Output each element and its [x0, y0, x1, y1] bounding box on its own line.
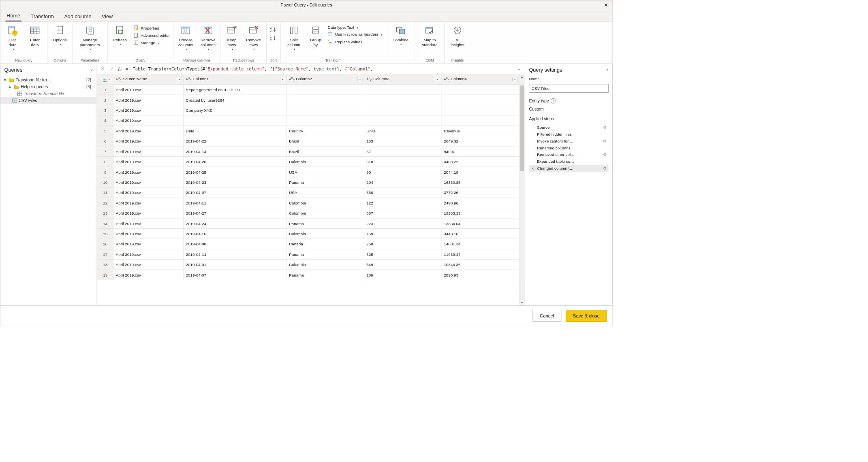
cell[interactable]: 2890.93 [441, 270, 519, 280]
cell[interactable]: Created by: user9284 [184, 95, 287, 105]
cell[interactable] [286, 115, 364, 126]
refresh-button[interactable]: Refresh [109, 23, 130, 45]
cell[interactable]: April 2019.csv [113, 208, 184, 218]
enter-data-button[interactable]: Enter data [24, 23, 45, 47]
cell[interactable]: 349 [364, 260, 441, 270]
cell[interactable] [286, 85, 364, 95]
row-number[interactable]: 5 [97, 126, 113, 136]
cell[interactable]: 2019-04-08 [184, 239, 287, 249]
collapse-queries-icon[interactable]: ‹ [91, 67, 93, 73]
table-row[interactable]: 13April 2019.csv2019-04-27Colombia367199… [97, 208, 519, 218]
cell[interactable]: 2649.32 [441, 136, 519, 146]
cell[interactable]: Panama [286, 270, 364, 280]
query-transform-sample[interactable]: Transform Sample file [0, 90, 97, 97]
cancel-button[interactable]: Cancel [532, 310, 561, 322]
formula-text[interactable]: Table.TransformColumnTypes(#"Expanded ta… [133, 66, 513, 71]
row-number[interactable]: 10 [97, 177, 113, 187]
cell[interactable]: April 2019.csv [113, 218, 184, 228]
applied-step[interactable]: Changed column t…⚙ [529, 165, 608, 172]
row-number[interactable]: 12 [97, 198, 113, 208]
cell[interactable]: 2019-04-23 [184, 177, 287, 187]
cell[interactable]: Canada [286, 239, 364, 249]
cell[interactable]: April 2019.csv [113, 270, 184, 280]
cell[interactable]: April 2019.csv [113, 249, 184, 259]
row-number[interactable]: 17 [97, 249, 113, 259]
cell[interactable]: Colombia [286, 260, 364, 270]
row-number[interactable]: 2 [97, 95, 113, 105]
sort-asc-button[interactable]: AZ [268, 26, 278, 34]
cell[interactable]: 2019-04-01 [184, 260, 287, 270]
advanced-editor-button[interactable]: Advanced editor [132, 32, 171, 39]
column-header[interactable]: ABCColumn3▾ [364, 74, 441, 84]
info-icon[interactable]: i [551, 98, 556, 104]
cell[interactable]: 159 [364, 228, 441, 238]
cell[interactable]: 367 [364, 208, 441, 218]
row-number[interactable]: 14 [97, 218, 113, 228]
cell[interactable]: 3772.26 [441, 187, 519, 198]
cell[interactable]: 2019-04-26 [184, 157, 287, 167]
cell[interactable]: 940.4 [441, 146, 519, 156]
cell[interactable]: Company XYZ [184, 105, 287, 115]
cell[interactable]: 13834.04 [441, 218, 519, 228]
cell[interactable]: 19933.19 [441, 208, 519, 218]
manage-parameters-button[interactable]: Manage parameters [74, 23, 106, 50]
combine-button[interactable]: Combine [388, 23, 413, 45]
cell[interactable] [441, 105, 519, 115]
applied-step[interactable]: Invoke custom fun…⚙ [529, 138, 608, 145]
cell[interactable]: 2019-04-07 [184, 270, 287, 280]
keep-rows-button[interactable]: Keep rows [222, 23, 242, 50]
save-close-button[interactable]: Save & close [566, 310, 607, 322]
cell[interactable]: Colombia [286, 198, 364, 208]
cell[interactable]: 2019-04-22 [184, 136, 287, 146]
close-icon[interactable]: ✕ [602, 2, 609, 9]
row-number[interactable]: 13 [97, 208, 113, 218]
applied-step[interactable]: Expanded table co… [529, 158, 608, 165]
cell[interactable]: April 2019.csv [113, 198, 184, 208]
cell[interactable]: 2019-04-11 [184, 198, 287, 208]
grid-corner[interactable]: ▾ [97, 74, 113, 84]
cell[interactable]: 2019-04-24 [184, 218, 287, 228]
query-folder-transform-file[interactable]: ▾ Transform file fro… [2] [0, 77, 97, 83]
formula-cancel-icon[interactable]: ✕ [99, 66, 106, 72]
row-number[interactable]: 15 [97, 228, 113, 238]
gear-icon[interactable]: ⚙ [603, 125, 607, 130]
scroll-down-icon[interactable]: ▼ [519, 300, 524, 305]
manage-button[interactable]: Manage [132, 39, 171, 46]
cell[interactable]: USA [286, 187, 364, 198]
cell[interactable]: Brazil [286, 136, 364, 146]
row-number[interactable]: 6 [97, 136, 113, 146]
table-row[interactable]: 19April 2019.csv2019-04-07Panama1392890.… [97, 270, 519, 280]
table-row[interactable]: 17April 2019.csv2019-04-14Panama32511939… [97, 249, 519, 259]
properties-button[interactable]: Properties [132, 25, 171, 32]
row-number[interactable]: 9 [97, 167, 113, 177]
row-number[interactable]: 1 [97, 85, 113, 95]
cell[interactable]: April 2019.csv [113, 239, 184, 249]
row-number[interactable]: 16 [97, 239, 113, 249]
row-number[interactable]: 11 [97, 187, 113, 198]
table-row[interactable]: 1April 2019.csvReport generated on 01-01… [97, 85, 519, 95]
table-row[interactable]: 16April 2019.csv2019-04-08Canada25814601… [97, 239, 519, 249]
table-row[interactable]: 3April 2019.csvCompany XYZ [97, 105, 519, 115]
row-number[interactable]: 18 [97, 260, 113, 270]
column-filter-icon[interactable]: ▾ [512, 77, 517, 82]
table-row[interactable]: 6April 2019.csv2019-04-22Brazil1532649.3… [97, 136, 519, 146]
cell[interactable]: 57 [364, 146, 441, 156]
table-row[interactable]: 7April 2019.csv2019-04-14Brazil57940.4 [97, 146, 519, 156]
applied-step[interactable]: Filtered hidden files [529, 131, 608, 138]
cell[interactable]: April 2019.csv [113, 85, 184, 95]
row-number[interactable]: 4 [97, 115, 113, 126]
data-type-button[interactable]: Data type: Text [326, 25, 384, 30]
split-column-button[interactable]: Split column [282, 23, 305, 50]
cell[interactable]: 11939.47 [441, 249, 519, 259]
table-row[interactable]: 18April 2019.csv2019-04-01Colombia349108… [97, 260, 519, 270]
cell[interactable]: 325 [364, 249, 441, 259]
cell[interactable]: 14601.34 [441, 239, 519, 249]
cell[interactable] [364, 115, 441, 126]
cell[interactable]: Revenue [441, 126, 519, 136]
cell[interactable]: April 2019.csv [113, 167, 184, 177]
cell[interactable]: Country [286, 126, 364, 136]
row-number[interactable]: 3 [97, 105, 113, 115]
cell[interactable]: 356 [364, 187, 441, 198]
column-header[interactable]: ABCColumn4▾ [441, 74, 519, 84]
cell[interactable]: April 2019.csv [113, 126, 184, 136]
